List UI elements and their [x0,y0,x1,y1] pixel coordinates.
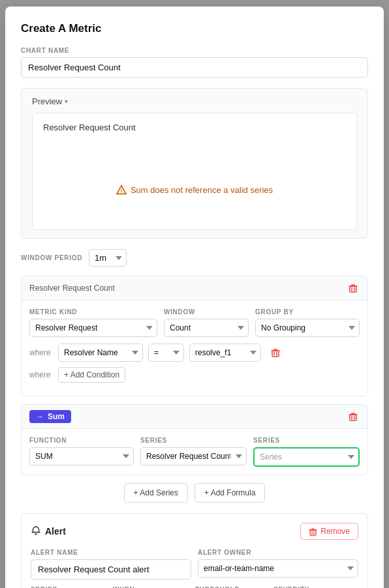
where-condition-row: where Resolver Name = resolve_f1 [29,344,360,362]
sum-card-delete-button[interactable] [347,410,360,423]
svg-rect-4 [310,530,316,535]
alert-header: Alert Remove [31,523,358,540]
metric-kind-select[interactable]: Resolver Request [29,319,157,337]
chart-preview-title: Resolver Request Count [43,123,136,132]
add-formula-button[interactable]: + Add Formula [194,483,265,503]
add-condition-row: where + Add Condition [29,367,360,383]
alert-title-text: Alert [45,526,66,537]
window-period-select[interactable]: 1m 5m 15m 1h [89,249,127,267]
alert-name-input[interactable] [31,559,191,580]
alert-name-group: ALERT NAME [31,549,191,580]
window-select[interactable]: Count [164,319,249,337]
warning-triangle-icon: ! [116,184,127,195]
sum-card-header: → Sum [22,405,367,429]
metric-card: Resolver Request Count METRIC KIND Resol… [21,276,368,396]
group-by-group: GROUP BY No Grouping [255,308,360,337]
svg-text:!: ! [121,188,123,194]
window-period-row: WINDOW PERIOD 1m 5m 15m 1h [21,249,368,267]
sum-arrow-icon: → [36,412,44,421]
bell-icon [31,525,41,538]
sum-series-2-group: SERIES Series [253,437,360,467]
condition-field-select[interactable]: Resolver Name [58,344,143,362]
metric-kind-label: METRIC KIND [29,308,157,316]
alert-owner-select[interactable]: email-or-team-name [198,559,358,578]
add-series-button[interactable]: + Add Series [124,483,188,503]
alert-owner-label: ALERT OWNER [198,549,358,556]
window-period-label: WINDOW PERIOD [21,254,82,261]
condition-operator-select[interactable]: = [148,344,184,362]
add-condition-button[interactable]: + Add Condition [58,367,125,383]
metric-card-title: Resolver Request Count [29,284,115,293]
chart-name-input[interactable] [21,57,368,78]
alert-title: Alert [31,525,66,538]
preview-header[interactable]: Preview ▾ [32,96,357,106]
preview-section: Preview ▾ Resolver Request Count ! Sum d… [21,88,368,239]
metric-card-body: METRIC KIND Resolver Request WINDOW Coun… [22,301,367,396]
metric-card-header: Resolver Request Count [22,276,367,301]
add-series-formula-row: + Add Series + Add Formula [21,483,368,503]
add-where-label: where [29,370,53,379]
group-by-label: GROUP BY [255,308,360,316]
sum-card: → Sum FUNCTION SUM SERIES [21,404,368,475]
function-select[interactable]: SUM [29,447,134,465]
chart-warning: ! Sum does not reference a valid series [43,184,346,195]
modal-title: Create A Metric [21,22,368,35]
svg-rect-3 [350,415,356,420]
window-group: WINDOW Count [164,308,249,337]
chevron-down-icon: ▾ [65,98,68,105]
condition-delete-button[interactable] [269,346,282,359]
metric-kind-group: METRIC KIND Resolver Request [29,308,157,337]
where-label: where [29,348,53,357]
sum-series-2-label: SERIES [253,437,360,444]
sum-series-1-label: SERIES [140,437,247,444]
alert-name-owner-row: ALERT NAME ALERT OWNER email-or-team-nam… [31,549,358,580]
sum-label: Sum [48,412,65,421]
alert-owner-group: ALERT OWNER email-or-team-name [198,549,358,580]
sum-card-body: FUNCTION SUM SERIES Resolver Request Cou… [22,429,367,475]
sum-badge: → Sum [29,410,71,423]
chart-name-label: CHART NAME [21,47,368,54]
svg-rect-1 [350,286,356,292]
group-by-select[interactable]: No Grouping [255,319,360,337]
function-label: FUNCTION [29,437,134,444]
condition-value-select[interactable]: resolve_f1 [189,344,261,362]
alert-name-label: ALERT NAME [31,549,191,556]
window-label: WINDOW [164,308,249,316]
sum-series-2-select[interactable]: Series [253,447,360,467]
metric-kind-row: METRIC KIND Resolver Request WINDOW Coun… [29,308,360,337]
preview-chart-area: Resolver Request Count ! Sum does not re… [32,113,357,230]
preview-label: Preview [32,96,62,106]
sum-series-1-select[interactable]: Resolver Request Count [140,447,247,465]
alert-remove-button[interactable]: Remove [300,523,358,540]
svg-rect-2 [272,351,279,357]
function-group: FUNCTION SUM [29,437,134,467]
create-metric-modal: Create A Metric CHART NAME Preview ▾ Res… [5,7,384,588]
sum-series-1-group: SERIES Resolver Request Count [140,437,247,467]
alert-section: Alert Remove ALERT NAME ALERT OWNER [21,513,368,588]
metric-card-delete-button[interactable] [347,282,360,295]
